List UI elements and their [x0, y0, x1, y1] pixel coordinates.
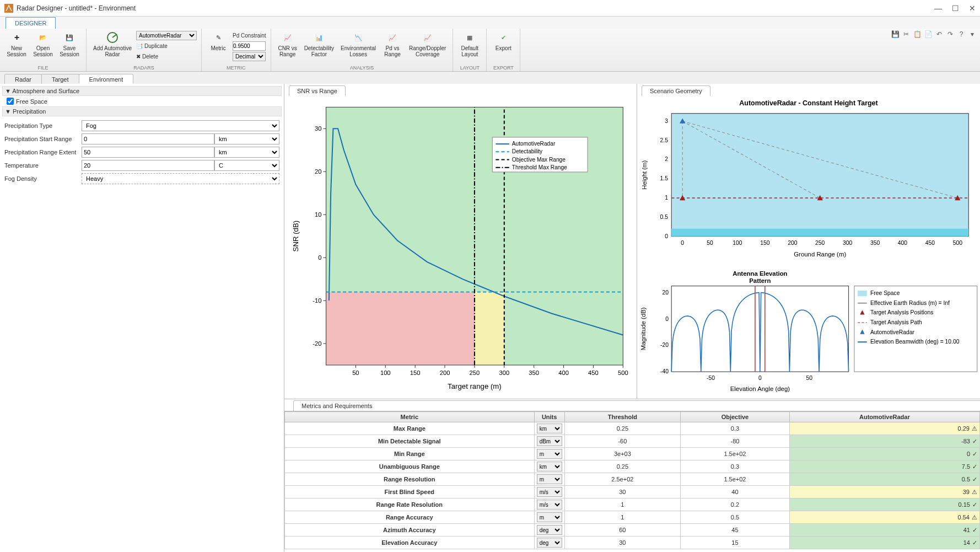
doc-tab-target[interactable]: Target [41, 74, 79, 84]
tab-designer[interactable]: DESIGNER [6, 17, 56, 29]
snr-panel-tab[interactable]: SNR vs Range [289, 85, 346, 96]
metric-threshold[interactable]: -60 [564, 435, 680, 448]
svg-text:SNR (dB): SNR (dB) [292, 221, 300, 252]
duplicate-button[interactable]: 📑Duplicate [136, 41, 197, 51]
metric-threshold[interactable]: 1 [564, 499, 680, 511]
metric-objective[interactable]: 0.3 [681, 460, 790, 473]
paste-icon[interactable]: 📄 [924, 30, 933, 39]
metric-name: Min Range [285, 448, 535, 460]
help-icon[interactable]: ? [957, 30, 966, 39]
doc-tab-environment[interactable]: Environment [79, 74, 134, 84]
metric-unit[interactable]: deg [534, 524, 564, 537]
redo-icon[interactable]: ↷ [946, 30, 955, 39]
metric-objective[interactable]: 0.3 [681, 422, 790, 435]
delete-button[interactable]: ✖Delete [136, 52, 197, 61]
svg-text:AutomotiveRadar - Constant Hei: AutomotiveRadar - Constant Height Target [739, 99, 877, 107]
scenario-panel-tab[interactable]: Scenario Geometry [642, 85, 710, 96]
undo-icon[interactable]: ↶ [935, 30, 944, 39]
environmental-losses-button[interactable]: 📉EnvironmentalLosses [337, 30, 379, 58]
metric-unit[interactable]: m/s [534, 486, 564, 499]
metric-unit[interactable]: m [534, 473, 564, 486]
temperature-unit[interactable]: C [214, 160, 279, 171]
metric-unit[interactable]: m [534, 511, 564, 524]
metrics-panel: Metrics and Requirements MetricUnitsThre… [284, 399, 980, 552]
section-atmosphere-surface[interactable]: ▼ Atmosphere and Surface [2, 86, 282, 96]
svg-text:0.5: 0.5 [660, 214, 669, 220]
metric-objective[interactable]: 0.2 [681, 499, 790, 511]
export-button[interactable]: ✔Export [490, 30, 516, 52]
cut-icon[interactable]: ✂ [902, 30, 911, 39]
save-icon[interactable]: 💾 [891, 30, 900, 39]
radar-selector[interactable]: AutomotiveRadar [136, 31, 197, 40]
metrics-panel-tab[interactable]: Metrics and Requirements [293, 400, 980, 411]
metric-name: Range Accuracy [285, 511, 535, 524]
status-icon: ✓ [972, 451, 977, 458]
metric-unit[interactable]: km [534, 460, 564, 473]
svg-text:2: 2 [665, 156, 668, 162]
free-space-label: Free Space [16, 98, 47, 105]
precip-type-select[interactable]: Fog [82, 120, 279, 131]
metric-objective[interactable]: -80 [681, 435, 790, 448]
minimize-button[interactable]: — [934, 4, 942, 13]
pd-constraint-input[interactable] [233, 41, 266, 51]
snr-chart: 50100150200250300350400450500-20-1001020… [284, 96, 637, 399]
svg-text:-50: -50 [707, 375, 715, 381]
metric-unit[interactable]: dBm [534, 435, 564, 448]
metric-objective[interactable]: 40 [681, 486, 790, 499]
svg-text:400: 400 [558, 369, 569, 376]
doc-tab-radar[interactable]: Radar [4, 74, 42, 84]
metric-unit[interactable]: deg [534, 537, 564, 549]
metric-unit[interactable]: m [534, 448, 564, 460]
svg-text:0: 0 [758, 375, 762, 381]
precip-start-unit[interactable]: km [214, 133, 279, 144]
precip-extent-unit[interactable]: km [214, 147, 279, 158]
metric-threshold[interactable]: 30 [564, 537, 680, 549]
save-session-button[interactable]: 💾SaveSession [56, 30, 83, 58]
svg-text:0: 0 [681, 240, 684, 246]
metric-button[interactable]: ✎Metric [205, 30, 231, 52]
metric-threshold[interactable]: 30 [564, 486, 680, 499]
open-session-button[interactable]: 📂OpenSession [30, 30, 56, 58]
metric-objective[interactable]: 1.5e+02 [681, 473, 790, 486]
cnr-vs-range-button[interactable]: 📈CNR vsRange [274, 30, 301, 58]
metric-unit[interactable]: km [534, 422, 564, 435]
options-dropdown-icon[interactable]: ▾ [968, 30, 977, 39]
metric-threshold[interactable]: 2.5e+02 [564, 473, 680, 486]
temperature-input[interactable] [82, 160, 214, 171]
metric-threshold[interactable]: 0.25 [564, 422, 680, 435]
col-header: AutomotiveRadar [789, 412, 979, 422]
quick-access-toolbar: 💾 ✂ 📋 📄 ↶ ↷ ? ▾ [891, 30, 977, 39]
svg-text:250: 250 [815, 240, 825, 246]
svg-text:AutomotiveRadar: AutomotiveRadar [870, 329, 915, 335]
table-row: Range Accuracy m 1 0.5 0.54 ⚠ [285, 511, 980, 524]
default-layout-button[interactable]: ▦DefaultLayout [456, 30, 483, 58]
detectability-factor-button[interactable]: 📊DetectabilityFactor [301, 30, 337, 58]
metric-value: 0.15 ✓ [789, 499, 979, 511]
copy-icon[interactable]: 📋 [913, 30, 922, 39]
metric-threshold[interactable]: 3e+03 [564, 448, 680, 460]
metric-format-select[interactable]: Decimal [233, 52, 266, 61]
range-doppler-button[interactable]: 📈Range/DopplerCoverage [406, 30, 449, 58]
maximize-button[interactable]: ☐ [952, 4, 959, 13]
metric-name: Elevation Accuracy [285, 537, 535, 549]
metric-objective[interactable]: 45 [681, 524, 790, 537]
metric-objective[interactable]: 1.5e+02 [681, 448, 790, 460]
fog-density-select[interactable]: Heavy [82, 173, 279, 184]
metric-threshold[interactable]: 60 [564, 524, 680, 537]
svg-rect-4 [475, 292, 504, 365]
free-space-checkbox[interactable] [7, 98, 14, 105]
metric-unit[interactable]: m/s [534, 499, 564, 511]
metric-name: Azimuth Accuracy [285, 524, 535, 537]
precip-start-input[interactable] [82, 133, 214, 144]
metric-objective[interactable]: 15 [681, 537, 790, 549]
close-button[interactable]: ✕ [969, 4, 976, 13]
add-radar-button[interactable]: Add AutomotiveRadar [90, 30, 135, 58]
metric-objective[interactable]: 0.5 [681, 511, 790, 524]
precip-extent-input[interactable] [82, 147, 214, 158]
new-session-button[interactable]: ✚NewSession [3, 30, 30, 58]
section-precipitation[interactable]: ▼ Precipitation [2, 106, 282, 116]
metric-threshold[interactable]: 0.25 [564, 460, 680, 473]
svg-text:-40: -40 [660, 368, 669, 374]
metric-threshold[interactable]: 1 [564, 511, 680, 524]
pd-vs-range-button[interactable]: 📈Pd vsRange [379, 30, 406, 58]
